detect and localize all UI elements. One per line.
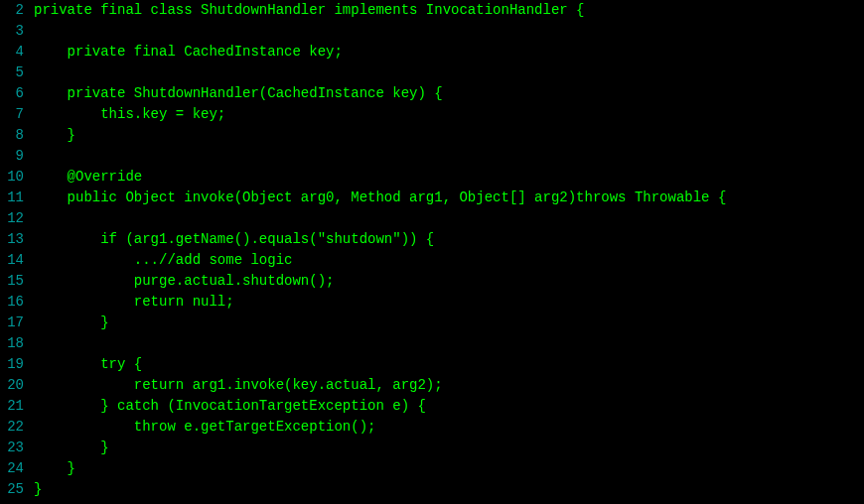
line-number: 5 [0, 63, 24, 83]
code-line: private final class ShutdownHandler impl… [34, 0, 726, 21]
code-line [34, 333, 726, 354]
code-line [34, 21, 726, 42]
code-line: } [34, 438, 726, 458]
line-number: 3 [0, 21, 24, 42]
line-number-gutter: 2345678910111213141516171819202122232425 [0, 0, 34, 500]
line-number: 7 [0, 104, 24, 125]
code-line [34, 146, 726, 167]
code-content: private final class ShutdownHandler impl… [34, 0, 726, 500]
code-line: return arg1.invoke(key.actual, arg2); [34, 375, 726, 396]
line-number: 18 [0, 333, 24, 354]
code-line: return null; [34, 292, 726, 313]
code-line: } [34, 313, 726, 333]
line-number: 13 [0, 229, 24, 250]
line-number: 11 [0, 188, 24, 208]
code-line [34, 63, 726, 83]
code-line: private ShutdownHandler(CachedInstance k… [34, 83, 726, 104]
code-line: private final CachedInstance key; [34, 42, 726, 63]
line-number: 14 [0, 250, 24, 271]
line-number: 22 [0, 417, 24, 438]
code-line: } [34, 479, 726, 500]
code-line: purge.actual.shutdown(); [34, 271, 726, 292]
code-line [34, 208, 726, 229]
line-number: 24 [0, 458, 24, 479]
line-number: 19 [0, 354, 24, 375]
line-number: 25 [0, 479, 24, 500]
line-number: 15 [0, 271, 24, 292]
code-line: this.key = key; [34, 104, 726, 125]
code-line: ...//add some logic [34, 250, 726, 271]
code-line: } [34, 125, 726, 146]
code-line: public Object invoke(Object arg0, Method… [34, 188, 726, 208]
line-number: 4 [0, 42, 24, 63]
code-line: if (arg1.getName().equals("shutdown")) { [34, 229, 726, 250]
code-line: throw e.getTargetException(); [34, 417, 726, 438]
line-number: 23 [0, 438, 24, 458]
line-number: 20 [0, 375, 24, 396]
line-number: 2 [0, 0, 24, 21]
line-number: 6 [0, 83, 24, 104]
line-number: 10 [0, 167, 24, 188]
code-line: } catch (InvocationTargetException e) { [34, 396, 726, 417]
code-line: } [34, 458, 726, 479]
line-number: 8 [0, 125, 24, 146]
line-number: 21 [0, 396, 24, 417]
code-block: 2345678910111213141516171819202122232425… [0, 0, 864, 500]
line-number: 17 [0, 313, 24, 333]
line-number: 12 [0, 208, 24, 229]
code-line: @Override [34, 167, 726, 188]
line-number: 9 [0, 146, 24, 167]
line-number: 16 [0, 292, 24, 313]
code-line: try { [34, 354, 726, 375]
